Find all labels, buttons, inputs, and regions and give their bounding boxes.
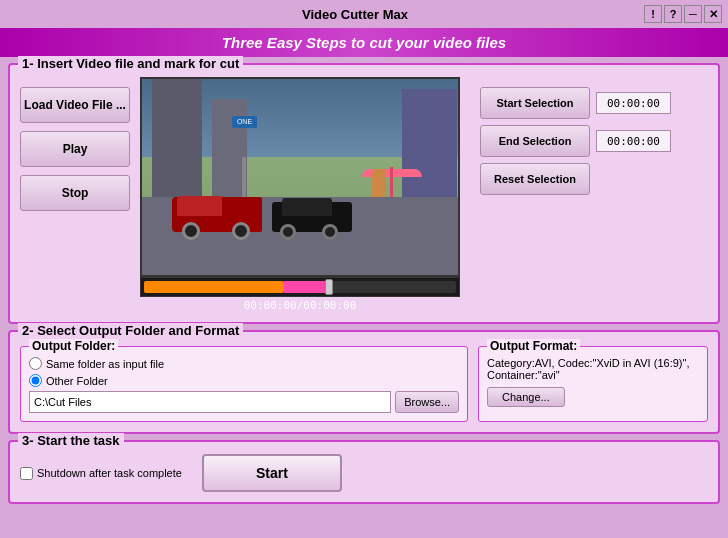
output-format-box: Output Format: Category:AVI, Codec:"XviD… [478, 346, 708, 422]
minimize-button[interactable]: ─ [684, 5, 702, 23]
other-folder-label: Other Folder [46, 375, 108, 387]
time-display: 00:00:00/00:00:00 [244, 299, 357, 312]
step1-buttons: Load Video File ... Play Stop [20, 77, 130, 312]
banner: Three Easy Steps to cut your video files [0, 28, 728, 57]
selection-controls: Start Selection End Selection Reset Sele… [480, 77, 671, 312]
step3-title: 3- Start the task [18, 433, 124, 448]
start-selection-button[interactable]: Start Selection [480, 87, 590, 119]
output-folder-box: Output Folder: Same folder as input file… [20, 346, 468, 422]
end-selection-row: End Selection [480, 125, 671, 157]
reset-selection-button[interactable]: Reset Selection [480, 163, 590, 195]
output-format-title: Output Format: [487, 339, 580, 353]
start-selection-row: Start Selection [480, 87, 671, 119]
step3-content: Shutdown after task complete Start [20, 454, 708, 492]
video-frame: ONE [140, 77, 460, 277]
progress-handle[interactable] [325, 279, 333, 295]
end-time-field[interactable] [596, 130, 671, 152]
stop-button[interactable]: Stop [20, 175, 130, 211]
main-content: 1- Insert Video file and mark for cut Lo… [0, 57, 728, 510]
shutdown-checkbox[interactable] [20, 467, 33, 480]
change-format-button[interactable]: Change... [487, 387, 565, 407]
step1-title: 1- Insert Video file and mark for cut [18, 56, 243, 71]
video-progress-bar[interactable] [144, 281, 456, 293]
video-progress-area[interactable] [140, 277, 460, 297]
step2-section: 2- Select Output Folder and Format Outpu… [8, 330, 720, 434]
progress-orange [144, 281, 284, 293]
help-button[interactable]: ? [664, 5, 682, 23]
folder-input-row: Browse... [29, 391, 459, 413]
step1-content: Load Video File ... Play Stop [20, 77, 708, 312]
step1-section: 1- Insert Video file and mark for cut Lo… [8, 63, 720, 324]
same-folder-label: Same folder as input file [46, 358, 164, 370]
alert-button[interactable]: ! [644, 5, 662, 23]
other-folder-radio[interactable] [29, 374, 42, 387]
same-folder-radio[interactable] [29, 357, 42, 370]
video-area: ONE 00:00:00/00:00:00 [140, 77, 460, 312]
load-video-button[interactable]: Load Video File ... [20, 87, 130, 123]
end-selection-button[interactable]: End Selection [480, 125, 590, 157]
shutdown-label: Shutdown after task complete [37, 467, 182, 479]
output-folder-title: Output Folder: [29, 339, 118, 353]
step2-title: 2- Select Output Folder and Format [18, 323, 243, 338]
title-bar: Video Cutter Max ! ? ─ ✕ [0, 0, 728, 28]
start-button[interactable]: Start [202, 454, 342, 492]
window-controls[interactable]: ! ? ─ ✕ [644, 5, 722, 23]
browse-button[interactable]: Browse... [395, 391, 459, 413]
same-folder-row: Same folder as input file [29, 357, 459, 370]
step3-section: 3- Start the task Shutdown after task co… [8, 440, 720, 504]
step2-content: Output Folder: Same folder as input file… [20, 346, 708, 422]
format-info: Category:AVI, Codec:"XviD in AVI (16:9)"… [487, 357, 699, 381]
close-button[interactable]: ✕ [704, 5, 722, 23]
other-folder-row: Other Folder [29, 374, 459, 387]
play-button[interactable]: Play [20, 131, 130, 167]
start-time-field[interactable] [596, 92, 671, 114]
window-title: Video Cutter Max [66, 7, 644, 22]
shutdown-row: Shutdown after task complete [20, 467, 182, 480]
folder-path-input[interactable] [29, 391, 391, 413]
video-scene: ONE [142, 79, 458, 275]
reset-selection-row: Reset Selection [480, 163, 671, 195]
